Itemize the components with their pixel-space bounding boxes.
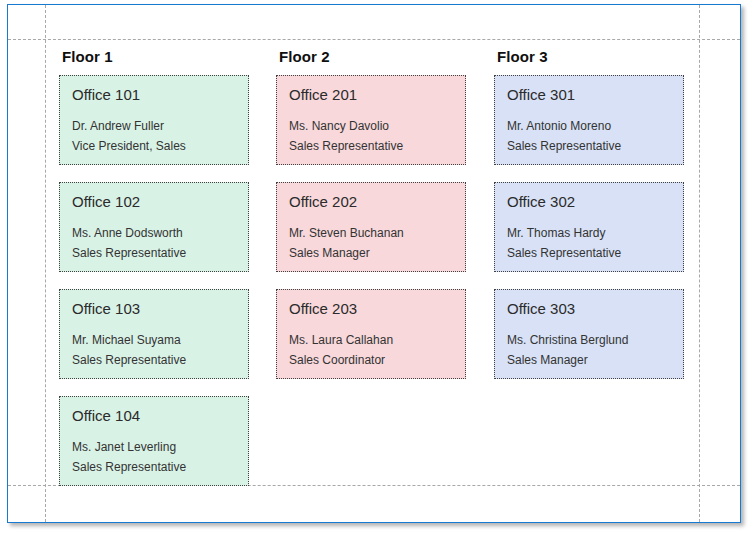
employee-role: Sales Representative <box>507 136 671 156</box>
employee-role: Vice President, Sales <box>72 136 236 156</box>
report-page: Floor 1 Office 101 Dr. Andrew Fuller Vic… <box>7 4 741 523</box>
employee-name: Ms. Anne Dodsworth <box>72 223 236 243</box>
employee-name: Ms. Laura Callahan <box>289 330 453 350</box>
employee-role: Sales Representative <box>72 457 236 477</box>
floor-header: Floor 2 <box>279 48 466 65</box>
employee-role: Sales Manager <box>507 350 671 370</box>
office-number: Office 302 <box>507 192 671 212</box>
floor-column-2: Floor 2 Office 201 Ms. Nancy Davolio Sal… <box>276 48 466 396</box>
employee-name: Mr. Thomas Hardy <box>507 223 671 243</box>
office-number: Office 104 <box>72 406 236 426</box>
employee-role: Sales Coordinator <box>289 350 453 370</box>
office-number: Office 102 <box>72 192 236 212</box>
employee-role: Sales Representative <box>507 243 671 263</box>
office-number: Office 101 <box>72 85 236 105</box>
preview-viewport: Floor 1 Office 101 Dr. Andrew Fuller Vic… <box>0 0 748 534</box>
office-card: Office 102 Ms. Anne Dodsworth Sales Repr… <box>59 182 249 272</box>
employee-name: Ms. Janet Leverling <box>72 437 236 457</box>
employee-name: Ms. Nancy Davolio <box>289 116 453 136</box>
office-card: Office 302 Mr. Thomas Hardy Sales Repres… <box>494 182 684 272</box>
employee-name: Ms. Christina Berglund <box>507 330 671 350</box>
floor-header: Floor 1 <box>62 48 249 65</box>
office-card: Office 301 Mr. Antonio Moreno Sales Repr… <box>494 75 684 165</box>
employee-name: Dr. Andrew Fuller <box>72 116 236 136</box>
office-card: Office 103 Mr. Michael Suyama Sales Repr… <box>59 289 249 379</box>
office-number: Office 203 <box>289 299 453 319</box>
employee-name: Mr. Steven Buchanan <box>289 223 453 243</box>
office-number: Office 103 <box>72 299 236 319</box>
office-card: Office 203 Ms. Laura Callahan Sales Coor… <box>276 289 466 379</box>
office-card: Office 201 Ms. Nancy Davolio Sales Repre… <box>276 75 466 165</box>
employee-role: Sales Manager <box>289 243 453 263</box>
office-card: Office 303 Ms. Christina Berglund Sales … <box>494 289 684 379</box>
employee-role: Sales Representative <box>72 243 236 263</box>
employee-role: Sales Representative <box>72 350 236 370</box>
employee-role: Sales Representative <box>289 136 453 156</box>
floor-column-1: Floor 1 Office 101 Dr. Andrew Fuller Vic… <box>59 48 249 503</box>
office-number: Office 301 <box>507 85 671 105</box>
office-card: Office 104 Ms. Janet Leverling Sales Rep… <box>59 396 249 486</box>
office-card: Office 202 Mr. Steven Buchanan Sales Man… <box>276 182 466 272</box>
office-card: Office 101 Dr. Andrew Fuller Vice Presid… <box>59 75 249 165</box>
floor-column-3: Floor 3 Office 301 Mr. Antonio Moreno Sa… <box>494 48 684 396</box>
office-number: Office 202 <box>289 192 453 212</box>
employee-name: Mr. Michael Suyama <box>72 330 236 350</box>
margin-guide-right <box>699 5 700 522</box>
margin-guide-left <box>45 5 46 522</box>
margin-guide-top <box>8 39 740 40</box>
office-number: Office 201 <box>289 85 453 105</box>
floor-header: Floor 3 <box>497 48 684 65</box>
office-number: Office 303 <box>507 299 671 319</box>
employee-name: Mr. Antonio Moreno <box>507 116 671 136</box>
